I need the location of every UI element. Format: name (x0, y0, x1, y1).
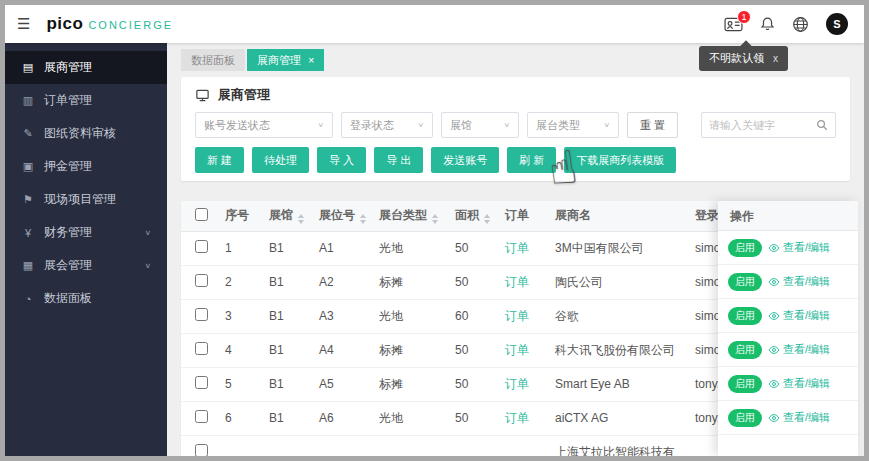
row-checkbox[interactable] (195, 274, 208, 287)
chevron-down-icon: ∨ (317, 122, 324, 129)
row-checkbox[interactable] (195, 240, 208, 253)
chevron-down-icon: ∨ (603, 122, 610, 129)
badge-count: 1 (737, 10, 751, 24)
eye-icon (768, 345, 780, 355)
sidebar-item-exhibitors[interactable]: ▤ 展商管理 (5, 51, 167, 84)
view-edit-link[interactable]: 查看/编辑 (768, 376, 830, 391)
eye-icon (768, 379, 780, 389)
finance-icon: ¥ (21, 227, 35, 239)
col-header-area[interactable]: 面积 (447, 201, 497, 231)
window-frame: ☰ pico CONCIERGE 1 (0, 0, 869, 461)
bell-icon[interactable] (760, 16, 775, 32)
row-checkbox[interactable] (195, 308, 208, 321)
view-edit-link[interactable]: 查看/编辑 (768, 342, 830, 357)
col-header-hall[interactable]: 展馆 (261, 201, 311, 231)
sidebar-item-drawings-review[interactable]: ✎ 图纸资料审核 (5, 117, 167, 150)
search-box (701, 112, 836, 138)
status-badge: 启用 (728, 273, 762, 291)
eye-icon (768, 243, 780, 253)
status-badge: 启用 (728, 409, 762, 427)
actions-row: 新 建待处理导 入导 出发送账号刷 新下载展商列表模版 (195, 147, 836, 173)
logo-concierge: CONCIERGE (88, 19, 173, 31)
app: ☰ pico CONCIERGE 1 (5, 5, 864, 456)
order-link[interactable]: 订单 (505, 275, 529, 289)
row-checkbox[interactable] (195, 376, 208, 389)
reset-button[interactable]: 重 置 (627, 112, 678, 138)
site-icon: ⚑ (21, 193, 35, 206)
col-header-order: 订单 (497, 201, 547, 231)
action-button[interactable]: 导 入 (317, 147, 366, 173)
status-badge: 启用 (728, 239, 762, 257)
sort-icon (298, 214, 304, 224)
status-badge: 启用 (728, 375, 762, 393)
col-header-exhibitor: 展商名 (547, 201, 687, 231)
ops-row: 启用 查看/编辑 (718, 367, 858, 401)
chevron-down-icon: ∨ (503, 122, 510, 129)
ops-row: 启用 查看/编辑 (718, 333, 858, 367)
action-button[interactable]: 刷 新 (507, 147, 556, 173)
sort-icon (432, 214, 438, 224)
chevron-down-icon: ∨ (417, 122, 424, 129)
claims-card-icon[interactable]: 1 (724, 17, 743, 32)
action-button[interactable]: 下载展商列表模版 (564, 147, 676, 173)
sidebar-item-data-panel[interactable]: ◔ 数据面板 (5, 282, 167, 315)
search-icon (816, 119, 828, 131)
col-header-ops: 操作 (718, 201, 858, 231)
sort-icon (360, 214, 366, 224)
tooltip-text: 不明款认领 (709, 51, 764, 66)
col-header-booth[interactable]: 展位号 (311, 201, 371, 231)
search-input[interactable] (709, 119, 811, 131)
ops-row: 启用 查看/编辑 (718, 265, 858, 299)
globe-icon[interactable] (792, 16, 809, 33)
expo-icon: ▦ (21, 259, 35, 272)
orders-icon: ▥ (21, 94, 35, 107)
status-badge: 启用 (728, 341, 762, 359)
chevron-down-icon: ∨ (144, 262, 151, 270)
ops-rows: 启用 查看/编辑 启用 查看/编辑 启用 查看/编辑 启用 (718, 231, 858, 435)
order-link[interactable]: 订单 (505, 241, 529, 255)
sidebar-item-finance[interactable]: ¥ 财务管理 ∨ (5, 216, 167, 249)
order-link[interactable]: 订单 (505, 411, 529, 425)
sidebar-item-expo[interactable]: ▦ 展会管理 ∨ (5, 249, 167, 282)
tab-data-panel[interactable]: 数据面板 (181, 49, 245, 71)
row-checkbox[interactable] (195, 444, 208, 456)
tooltip-close-icon[interactable]: x (773, 53, 778, 64)
logo-pico: pico (46, 14, 83, 34)
select-all-checkbox[interactable] (195, 208, 208, 221)
eye-icon (768, 311, 780, 321)
order-link[interactable]: 订单 (505, 343, 529, 357)
tab-exhibitor-management[interactable]: 展商管理 × (247, 49, 324, 71)
sidebar-item-site-projects[interactable]: ⚑ 现场项目管理 (5, 183, 167, 216)
row-checkbox[interactable] (195, 410, 208, 423)
sidebar-item-orders[interactable]: ▥ 订单管理 (5, 84, 167, 117)
filter-select[interactable]: 登录状态 ∨ (341, 112, 433, 138)
sidebar-item-deposit[interactable]: ▣ 押金管理 (5, 150, 167, 183)
status-badge: 启用 (728, 307, 762, 325)
tab-close-icon[interactable]: × (308, 54, 314, 66)
sidebar-nav: ▤ 展商管理 ▥ 订单管理 ✎ 图纸资料审核 ▣ 押金管理 ⚑ 现场项目管理 ¥… (5, 43, 167, 456)
action-button[interactable]: 发送账号 (431, 147, 499, 173)
topbar-actions: 1 S (724, 13, 848, 35)
sort-icon (484, 214, 490, 224)
menu-icon[interactable]: ☰ (17, 15, 30, 33)
view-edit-link[interactable]: 查看/编辑 (768, 410, 830, 425)
deposit-icon: ▣ (21, 160, 35, 173)
action-button[interactable]: 新 建 (195, 147, 244, 173)
data-icon: ◔ (21, 293, 35, 305)
filter-select[interactable]: 账号发送状态 ∨ (195, 112, 333, 138)
col-header-index: 序号 (217, 201, 261, 231)
row-checkbox[interactable] (195, 342, 208, 355)
user-avatar[interactable]: S (826, 13, 848, 35)
col-header-booth-type[interactable]: 展台类型 (371, 201, 447, 231)
review-icon: ✎ (21, 127, 35, 140)
view-edit-link[interactable]: 查看/编辑 (768, 240, 830, 255)
action-button[interactable]: 待处理 (252, 147, 309, 173)
view-edit-link[interactable]: 查看/编辑 (768, 308, 830, 323)
order-link[interactable]: 订单 (505, 309, 529, 323)
filter-select[interactable]: 展馆 ∨ (441, 112, 519, 138)
action-button[interactable]: 导 出 (374, 147, 423, 173)
view-edit-link[interactable]: 查看/编辑 (768, 274, 830, 289)
top-bar: ☰ pico CONCIERGE 1 (5, 5, 864, 43)
filter-select[interactable]: 展台类型 ∨ (527, 112, 619, 138)
order-link[interactable]: 订单 (505, 377, 529, 391)
